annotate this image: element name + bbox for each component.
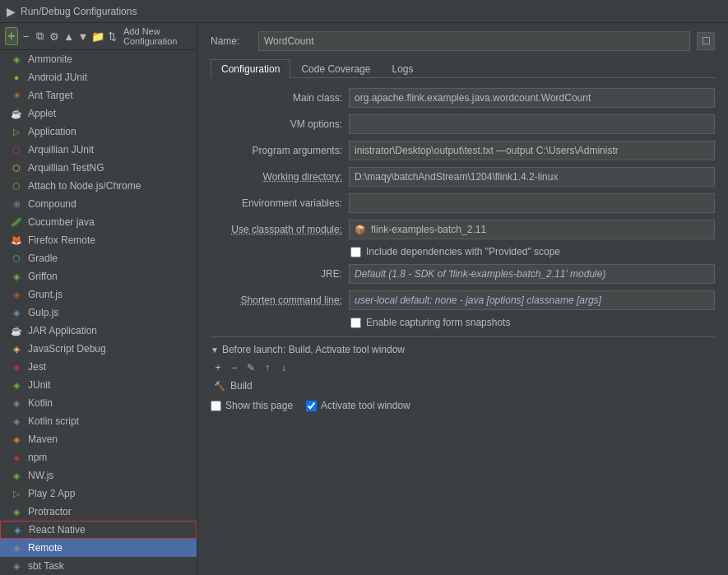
item-label-nwjs: NW.js: [28, 470, 53, 481]
list-item-firefox[interactable]: 🦊Firefox Remote: [0, 231, 197, 249]
item-icon-firefox: 🦊: [10, 234, 23, 247]
enable-snapshots-checkbox[interactable]: [350, 318, 361, 328]
item-label-arquillian-testng: Arquillian TestNG: [28, 162, 104, 174]
module-select[interactable]: 📦 flink-examples-batch_2.11: [349, 220, 715, 239]
list-item-jest[interactable]: ◈Jest: [0, 358, 197, 376]
list-item-android-junit[interactable]: ●Android JUnit: [0, 68, 197, 86]
item-label-play2: Play 2 App: [28, 488, 75, 499]
config-form: Main class: VM options: Program argument…: [211, 88, 715, 328]
before-remove-button[interactable]: −: [227, 360, 242, 375]
tab-configuration[interactable]: Configuration: [211, 59, 290, 78]
activate-tool-label: Activate tool window: [321, 400, 410, 411]
jre-label: JRE:: [211, 268, 342, 280]
build-label: Build: [230, 380, 253, 392]
item-icon-kotlin-script: ◈: [10, 415, 23, 428]
name-label: Name:: [211, 35, 252, 47]
module-icon: 📦: [355, 225, 366, 235]
working-dir-row: Working directory:: [211, 167, 715, 187]
item-icon-attach-node: ⬡: [10, 179, 23, 192]
program-args-row: Program arguments:: [211, 141, 715, 160]
folder-button[interactable]: 📁: [91, 27, 104, 45]
copy-configuration-button[interactable]: ⧉: [34, 27, 46, 45]
item-label-application: Application: [28, 126, 77, 137]
item-label-griffon: Griffon: [28, 271, 58, 282]
include-deps-row: Include dependencies with "Provided" sco…: [211, 246, 715, 257]
tab-logs[interactable]: Logs: [381, 59, 424, 78]
env-vars-input[interactable]: [349, 193, 715, 213]
enable-snapshots-label: Enable capturing form snapshots: [366, 317, 510, 328]
move-down-button[interactable]: ▼: [77, 27, 89, 45]
list-item-arquillian-junit[interactable]: ⬡Arquillian JUnit: [0, 141, 197, 159]
build-icon: 🔨: [214, 381, 225, 392]
list-item-maven[interactable]: ◈Maven: [0, 430, 197, 448]
program-args-input[interactable]: [349, 141, 715, 160]
before-edit-button[interactable]: ✎: [243, 360, 258, 375]
include-deps-label: Include dependencies with "Provided" sco…: [366, 246, 560, 257]
list-item-react-native[interactable]: ◈React Native: [0, 521, 197, 539]
list-item-npm[interactable]: ◈npm: [0, 448, 197, 466]
item-icon-junit: ◈: [10, 378, 23, 392]
add-configuration-button[interactable]: +: [5, 27, 18, 45]
include-deps-checkbox[interactable]: [350, 247, 361, 257]
list-item-attach-node[interactable]: ⬡Attach to Node.js/Chrome: [0, 177, 197, 195]
list-item-play2[interactable]: ▷Play 2 App: [0, 485, 197, 503]
working-dir-input[interactable]: [349, 167, 715, 187]
list-item-sbt-task[interactable]: ◈sbt Task: [0, 557, 197, 575]
list-item-ammonite[interactable]: ◈Ammonite: [0, 50, 197, 68]
list-item-protractor[interactable]: ◈Protractor: [0, 503, 197, 521]
main-class-input[interactable]: [349, 88, 715, 108]
jre-select[interactable]: Default (1.8 - SDK of 'flink-examples-ba…: [349, 264, 715, 284]
share-button[interactable]: ☐: [697, 32, 715, 50]
item-icon-protractor: ◈: [10, 505, 23, 518]
list-item-junit[interactable]: ◈JUnit: [0, 376, 197, 394]
list-item-js-debug[interactable]: ◈JavaScript Debug: [0, 340, 197, 358]
item-label-gulp: Gulp.js: [28, 307, 58, 318]
item-icon-gulp: ◈: [10, 306, 23, 319]
activate-tool-checkbox[interactable]: [306, 401, 317, 411]
tab-coverage[interactable]: Code Coverage: [290, 59, 381, 78]
list-item-cucumber[interactable]: 🥒Cucumber java: [0, 213, 197, 231]
list-item-compound[interactable]: ⊕Compound: [0, 195, 197, 213]
item-icon-arquillian-junit: ⬡: [10, 143, 23, 156]
move-configuration-button[interactable]: ⚙: [49, 27, 61, 45]
working-dir-label: Working directory:: [211, 171, 342, 183]
before-down-button[interactable]: ↓: [276, 360, 291, 375]
config-list: ◈Ammonite●Android JUnit✳Ant Target☕Apple…: [0, 50, 197, 575]
item-label-jest: Jest: [28, 361, 46, 373]
item-label-npm: npm: [28, 452, 47, 463]
name-input[interactable]: [258, 31, 690, 51]
item-icon-android-junit: ●: [10, 71, 23, 84]
list-item-gradle[interactable]: ⬡Gradle: [0, 249, 197, 267]
item-label-jar-application: JAR Application: [28, 325, 97, 336]
item-icon-js-debug: ◈: [10, 342, 23, 355]
item-icon-remote: ◈: [10, 541, 23, 554]
item-label-sbt-task: sbt Task: [28, 560, 64, 572]
bottom-options-row: Show this page Activate tool window: [211, 393, 715, 411]
list-item-kotlin[interactable]: ◈Kotlin: [0, 394, 197, 412]
before-up-button[interactable]: ↑: [260, 360, 275, 375]
list-item-applet[interactable]: ☕Applet: [0, 104, 197, 123]
show-page-checkbox[interactable]: [211, 401, 221, 411]
list-item-ant-target[interactable]: ✳Ant Target: [0, 86, 197, 104]
list-item-gulp[interactable]: ◈Gulp.js: [0, 304, 197, 322]
list-item-griffon[interactable]: ◈Griffon: [0, 267, 197, 285]
shorten-cmdline-select[interactable]: user-local default: none - java [options…: [349, 290, 715, 310]
list-item-grunt[interactable]: ◈Grunt.js: [0, 285, 197, 304]
remove-configuration-button[interactable]: −: [20, 27, 32, 45]
move-up-button[interactable]: ▲: [63, 27, 75, 45]
jre-row: JRE: Default (1.8 - SDK of 'flink-exampl…: [211, 264, 715, 284]
list-item-remote[interactable]: ◈Remote: [0, 539, 197, 557]
classpath-label: Use classpath of module:: [211, 224, 342, 235]
name-row: Name: ☐: [211, 31, 715, 51]
list-item-arquillian-testng[interactable]: ⬡Arquillian TestNG: [0, 159, 197, 177]
vm-options-input[interactable]: [349, 114, 715, 134]
list-item-jar-application[interactable]: ☕JAR Application: [0, 322, 197, 340]
before-add-button[interactable]: +: [211, 360, 225, 375]
item-label-gradle: Gradle: [28, 253, 58, 264]
program-args-label: Program arguments:: [211, 145, 342, 156]
list-item-application[interactable]: ▷Application: [0, 123, 197, 141]
list-item-nwjs[interactable]: ◈NW.js: [0, 466, 197, 485]
list-item-kotlin-script[interactable]: ◈Kotlin script: [0, 412, 197, 430]
sort-button[interactable]: ⇅: [106, 27, 118, 45]
item-icon-npm: ◈: [10, 451, 23, 464]
